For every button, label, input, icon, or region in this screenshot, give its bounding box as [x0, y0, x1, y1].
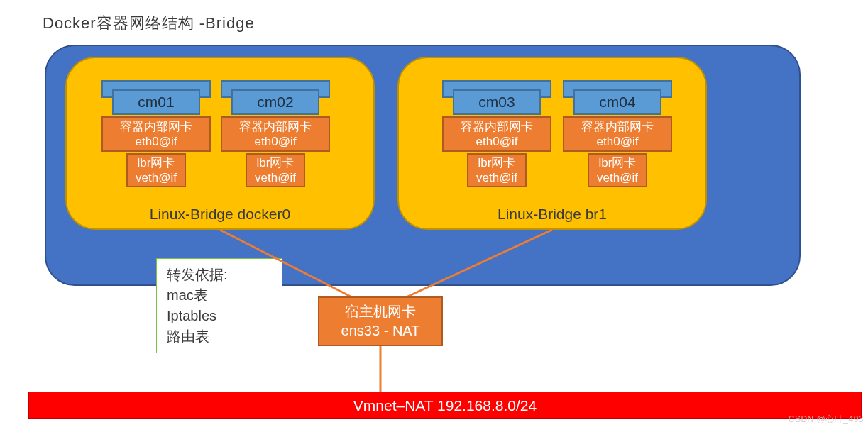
veth-label: lbr网卡 — [599, 155, 637, 170]
nic-label: 容器内部网卡 — [461, 119, 533, 134]
host-nic-box: 宿主机网卡 ens33 - NAT — [318, 296, 443, 346]
nic-label: 容器内部网卡 — [581, 119, 654, 134]
veth-if: veth@if — [476, 170, 517, 185]
container-name: cm04 — [573, 89, 661, 115]
container-nic: 容器内部网卡 eth0@if — [563, 116, 672, 152]
info-line: 路由表 — [167, 326, 272, 347]
host-nic-if: ens33 - NAT — [341, 321, 420, 340]
vmnet-bar: Vmnet–NAT 192.168.8.0/24 — [28, 392, 862, 419]
nic-if: eth0@if — [136, 134, 177, 149]
container-veth: lbr网卡 veth@if — [246, 153, 305, 187]
bridge-docker0-label: Linux-Bridge docker0 — [67, 206, 373, 223]
bridge-br1-label: Linux-Bridge br1 — [399, 206, 705, 223]
veth-if: veth@if — [597, 170, 638, 185]
diagram-title: Docker容器网络结构 -Bridge — [43, 13, 255, 34]
info-line: Iptables — [167, 306, 272, 326]
nic-label: 容器内部网卡 — [239, 119, 312, 134]
veth-if: veth@if — [136, 170, 177, 185]
veth-label: lbr网卡 — [478, 155, 516, 170]
container-nic: 容器内部网卡 eth0@if — [221, 116, 330, 152]
nic-if: eth0@if — [255, 134, 297, 149]
container-veth: lbr网卡 veth@if — [467, 153, 527, 187]
container-name: cm01 — [112, 89, 200, 115]
nic-if: eth0@if — [597, 134, 639, 149]
container-nic: 容器内部网卡 eth0@if — [101, 116, 211, 152]
veth-label: lbr网卡 — [138, 155, 175, 170]
container-veth: lbr网卡 veth@if — [126, 153, 186, 187]
container-name: cm03 — [453, 89, 541, 115]
container-nic: 容器内部网卡 eth0@if — [442, 116, 551, 152]
veth-label: lbr网卡 — [257, 155, 295, 170]
info-line: 转发依据: — [167, 265, 272, 285]
nic-if: eth0@if — [476, 134, 518, 149]
container-name: cm02 — [231, 89, 319, 115]
forwarding-info-box: 转发依据: mac表 Iptables 路由表 — [156, 258, 282, 353]
veth-if: veth@if — [255, 170, 296, 185]
host-nic-label: 宿主机网卡 — [345, 302, 416, 321]
nic-label: 容器内部网卡 — [120, 119, 192, 134]
watermark: CSDN @心叶_493 — [789, 414, 864, 426]
info-line: mac表 — [167, 285, 272, 306]
container-veth: lbr网卡 veth@if — [588, 153, 647, 187]
